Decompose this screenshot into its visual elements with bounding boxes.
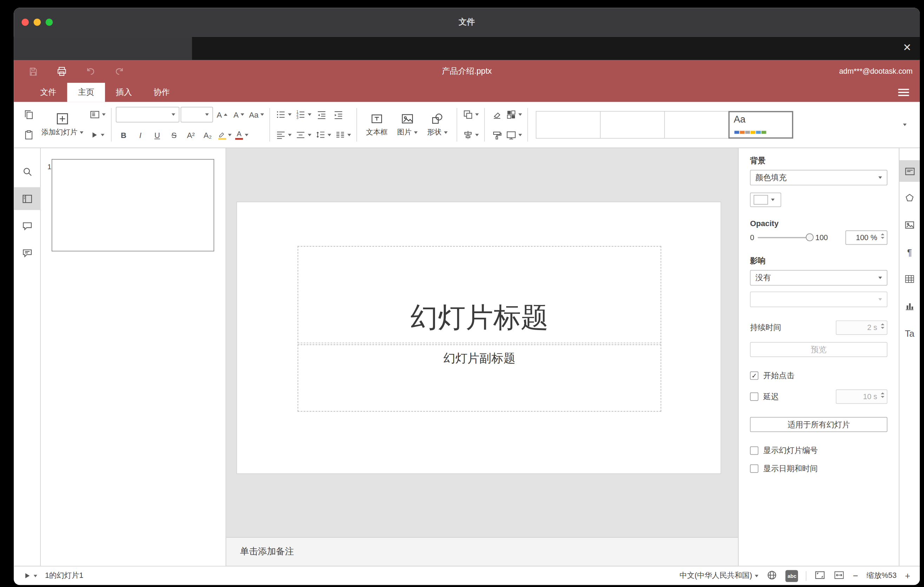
decrease-indent-button[interactable]: [314, 107, 329, 122]
theme-tile-2[interactable]: [600, 111, 665, 139]
slide-canvas[interactable]: 幻灯片标题 幻灯片副标题: [226, 148, 738, 537]
fit-width-button[interactable]: [834, 569, 845, 582]
underline-button[interactable]: U: [150, 127, 165, 143]
apply-all-button[interactable]: 适用于所有幻灯片: [750, 417, 887, 432]
slide-size-button[interactable]: [505, 127, 523, 143]
tab-file[interactable]: 文件: [30, 83, 68, 102]
slide[interactable]: 幻灯片标题 幻灯片副标题: [236, 201, 721, 474]
subtitle-placeholder[interactable]: 幻灯片副标题: [298, 345, 662, 411]
change-case-button[interactable]: Aa: [248, 107, 265, 122]
delay-value: 10 s: [863, 392, 877, 401]
font-size-combobox[interactable]: [180, 107, 213, 122]
columns-icon: [335, 130, 346, 140]
opacity-slider-knob[interactable]: [806, 234, 813, 241]
duration-label: 持续时间: [750, 322, 781, 333]
effect-type-select[interactable]: [750, 292, 887, 307]
numbered-list-button[interactable]: 123: [294, 107, 312, 122]
slide-settings-button[interactable]: [899, 160, 920, 182]
horizontal-align-button[interactable]: [274, 127, 293, 143]
undo-button[interactable]: [84, 64, 98, 79]
search-button[interactable]: [14, 160, 40, 183]
highlight-color-button[interactable]: [216, 127, 233, 143]
superscript-button[interactable]: A²: [183, 127, 198, 143]
start-on-click-checkbox[interactable]: ✓: [750, 371, 758, 380]
save-button[interactable]: [26, 64, 40, 79]
bold-button[interactable]: B: [116, 127, 131, 143]
title-placeholder[interactable]: 幻灯片标题: [298, 246, 662, 343]
opacity-input[interactable]: 100 %: [845, 230, 888, 245]
slide-layout-icon: [89, 109, 101, 120]
bullet-list-button[interactable]: [274, 107, 293, 122]
align-shape-button[interactable]: [461, 127, 480, 143]
preview-button[interactable]: 预览: [750, 342, 887, 357]
change-layout-button[interactable]: [88, 107, 107, 122]
close-dialog-icon[interactable]: ✕: [903, 41, 911, 55]
spinner-arrows-icon[interactable]: [881, 392, 884, 398]
table-settings-button[interactable]: [899, 268, 920, 290]
effect-select[interactable]: 没有: [750, 270, 887, 285]
zoom-out-button[interactable]: −: [853, 571, 858, 581]
print-button[interactable]: [55, 64, 69, 79]
increase-indent-button[interactable]: [331, 107, 346, 122]
background-fill-select[interactable]: 颜色填充: [750, 170, 887, 185]
insert-image-button[interactable]: 图片: [393, 104, 422, 145]
show-date-time-checkbox[interactable]: [750, 465, 758, 473]
show-slide-number-checkbox[interactable]: [750, 447, 758, 455]
subscript-button[interactable]: A₂: [200, 127, 215, 143]
theme-tile-selected[interactable]: Aa: [728, 111, 794, 139]
insert-shape-button[interactable]: 形状: [422, 104, 452, 145]
delay-checkbox[interactable]: [750, 392, 758, 401]
spellcheck-button[interactable]: abc: [786, 570, 798, 582]
start-slideshow-button[interactable]: [88, 127, 106, 143]
insert-textbox-button[interactable]: 文本框: [361, 104, 393, 145]
comments-button[interactable]: [14, 214, 40, 237]
theme-tile-1[interactable]: [536, 111, 601, 139]
arrange-shape-button[interactable]: [461, 107, 480, 122]
color-scheme-button[interactable]: [505, 107, 523, 122]
font-color-button[interactable]: A: [234, 127, 249, 143]
shape-settings-button[interactable]: [899, 187, 920, 209]
tab-home[interactable]: 主页: [67, 83, 105, 102]
italic-button[interactable]: I: [133, 127, 148, 143]
start-preview-button[interactable]: [23, 572, 37, 580]
redo-button[interactable]: [112, 64, 127, 79]
header-menu-icon[interactable]: [898, 89, 909, 96]
textart-settings-button[interactable]: Ta: [899, 322, 920, 344]
strikethrough-button[interactable]: S: [166, 127, 182, 143]
spinner-arrows-icon[interactable]: [881, 323, 884, 329]
theme-gallery-more-button[interactable]: [896, 107, 914, 143]
copy-button[interactable]: [21, 107, 36, 122]
chat-button[interactable]: [14, 241, 40, 264]
zoom-in-button[interactable]: +: [905, 571, 910, 581]
font-name-combobox[interactable]: [116, 107, 180, 122]
zoom-level[interactable]: 缩放%53: [866, 571, 897, 581]
notes-area[interactable]: 单击添加备注: [226, 537, 738, 566]
clear-style-button[interactable]: [489, 107, 505, 122]
document-language-button[interactable]: [766, 569, 777, 582]
opacity-min-label: 0: [750, 234, 754, 242]
background-color-select[interactable]: [750, 193, 781, 207]
copy-style-button[interactable]: [489, 127, 505, 143]
tab-insert[interactable]: 插入: [105, 83, 143, 102]
theme-tile-3[interactable]: [664, 111, 729, 139]
vertical-align-button[interactable]: [294, 127, 312, 143]
paste-button[interactable]: [21, 127, 36, 143]
columns-button[interactable]: [333, 127, 352, 143]
spinner-arrows-icon[interactable]: [881, 234, 884, 239]
fit-slide-button[interactable]: [815, 569, 826, 582]
increase-font-button[interactable]: A: [214, 107, 229, 122]
paragraph-settings-button[interactable]: ¶: [899, 241, 920, 263]
decrease-font-button[interactable]: A: [231, 107, 246, 122]
opacity-slider[interactable]: [758, 237, 810, 238]
slides-panel-button[interactable]: [14, 187, 40, 210]
language-selector[interactable]: 中文(中华人民共和国): [680, 571, 759, 581]
line-spacing-button[interactable]: [314, 127, 332, 143]
chart-settings-button[interactable]: [899, 295, 920, 317]
delay-input[interactable]: 10 s: [836, 389, 888, 404]
image-settings-button[interactable]: [899, 214, 920, 236]
add-slide-button[interactable]: 添加幻灯片: [36, 104, 88, 145]
slide-thumbnail[interactable]: [51, 159, 214, 251]
duration-input[interactable]: 2 s: [836, 320, 888, 335]
tab-collaboration[interactable]: 协作: [143, 83, 181, 102]
slides-panel-icon: [21, 193, 33, 204]
